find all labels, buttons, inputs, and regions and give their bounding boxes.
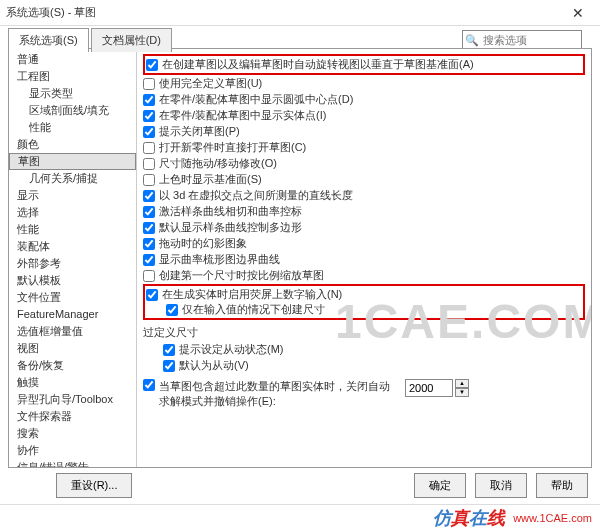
- sidebar-item-16[interactable]: 选值框增量值: [9, 323, 136, 340]
- group-overdefine: 过定义尺寸: [143, 325, 585, 340]
- sidebar-item-7[interactable]: 几何关系/捕捉: [9, 170, 136, 187]
- check-o5[interactable]: [143, 142, 155, 154]
- sidebar-item-0[interactable]: 普通: [9, 51, 136, 68]
- entity-count-input[interactable]: [405, 379, 453, 397]
- spinner-up-icon[interactable]: ▲: [455, 379, 469, 388]
- opt-3d-length[interactable]: 以 3d 在虚拟交点之间所测量的直线长度: [143, 188, 585, 203]
- check-o16[interactable]: [163, 344, 175, 356]
- opt-comb-boundary[interactable]: 显示曲率梳形图边界曲线: [143, 252, 585, 267]
- check-o12[interactable]: [143, 254, 155, 266]
- spinner-down-icon[interactable]: ▼: [455, 388, 469, 397]
- sidebar-item-5[interactable]: 颜色: [9, 136, 136, 153]
- sidebar-item-12[interactable]: 外部参考: [9, 255, 136, 272]
- sidebar-item-19[interactable]: 触摸: [9, 374, 136, 391]
- opt-prompt-driven[interactable]: 提示设定从动状态(M): [143, 342, 585, 357]
- sidebar-item-3[interactable]: 区域剖面线/填充: [9, 102, 136, 119]
- sidebar-item-22[interactable]: 搜索: [9, 425, 136, 442]
- brand-logo: 仿真在线: [433, 506, 505, 530]
- check-o9[interactable]: [143, 206, 155, 218]
- check-o0[interactable]: [146, 59, 158, 71]
- sidebar-item-10[interactable]: 性能: [9, 221, 136, 238]
- sidebar-item-15[interactable]: FeatureManager: [9, 306, 136, 323]
- sidebar-item-1[interactable]: 工程图: [9, 68, 136, 85]
- cancel-button[interactable]: 取消: [475, 473, 527, 498]
- check-o14[interactable]: [146, 289, 158, 301]
- sidebar-item-8[interactable]: 显示: [9, 187, 136, 204]
- window-title: 系统选项(S) - 草图: [6, 5, 96, 20]
- options-panel: 1CAE.COM 在创建草图以及编辑草图时自动旋转视图以垂直于草图基准面(A) …: [137, 49, 591, 467]
- check-o10[interactable]: [143, 222, 155, 234]
- check-o13[interactable]: [143, 270, 155, 282]
- ok-button[interactable]: 确定: [414, 473, 466, 498]
- check-o3[interactable]: [143, 110, 155, 122]
- sidebar-item-17[interactable]: 视图: [9, 340, 136, 357]
- opt-arc-center[interactable]: 在零件/装配体草图中显示圆弧中心点(D): [143, 92, 585, 107]
- search-input[interactable]: [481, 33, 577, 47]
- sidebar-item-18[interactable]: 备份/恢复: [9, 357, 136, 374]
- close-icon[interactable]: ✕: [562, 3, 594, 23]
- opt-show-plane[interactable]: 上色时显示基准面(S): [143, 172, 585, 187]
- sidebar-item-21[interactable]: 文件探索器: [9, 408, 136, 425]
- opt-ghost-drag[interactable]: 拖动时的幻影图象: [143, 236, 585, 251]
- brand-url: www.1CAE.com: [513, 512, 592, 524]
- tab-system-options[interactable]: 系统选项(S): [8, 28, 89, 52]
- opt-scale-first-dim[interactable]: 创建第一个尺寸时按比例缩放草图: [143, 268, 585, 283]
- check-o7[interactable]: [143, 174, 155, 186]
- check-o4[interactable]: [143, 126, 155, 138]
- opt-dim-drag[interactable]: 尺寸随拖动/移动修改(O): [143, 156, 585, 171]
- sidebar: 普通工程图显示类型区域剖面线/填充性能颜色草图几何关系/捕捉显示选择性能装配体外…: [9, 49, 137, 467]
- brand-bar: 仿真在线 www.1CAE.com: [0, 504, 600, 530]
- check-o8[interactable]: [143, 190, 155, 202]
- help-button[interactable]: 帮助: [536, 473, 588, 498]
- check-auto[interactable]: [143, 379, 155, 391]
- check-o6[interactable]: [143, 158, 155, 170]
- opt-spline-polygon[interactable]: 默认显示样条曲线控制多边形: [143, 220, 585, 235]
- sidebar-item-9[interactable]: 选择: [9, 204, 136, 221]
- sidebar-item-23[interactable]: 协作: [9, 442, 136, 459]
- entity-count-spinner: ▲ ▼: [455, 379, 469, 397]
- tab-bar: 系统选项(S) 文档属性(D): [8, 28, 174, 52]
- opt-prompt-close[interactable]: 提示关闭草图(P): [143, 124, 585, 139]
- opt-default-driven[interactable]: 默认为从动(V): [143, 358, 585, 373]
- sidebar-item-13[interactable]: 默认模板: [9, 272, 136, 289]
- opt-open-sketch[interactable]: 打开新零件时直接打开草图(C): [143, 140, 585, 155]
- opt-spline-tangent[interactable]: 激活样条曲线相切和曲率控标: [143, 204, 585, 219]
- sidebar-item-11[interactable]: 装配体: [9, 238, 136, 255]
- opt-screen-numeric: 在生成实体时启用荧屏上数字输入(N) 仅在输入值的情况下创建尺寸: [143, 284, 585, 320]
- opt-auto-rotate[interactable]: 在创建草图以及编辑草图时自动旋转视图以垂直于草图基准面(A): [143, 54, 585, 75]
- sidebar-item-24[interactable]: 信息/错误/警告: [9, 459, 136, 467]
- search-box: 🔍: [462, 30, 582, 50]
- opt-fully-defined[interactable]: 使用完全定义草图(U): [143, 76, 585, 91]
- check-o11[interactable]: [143, 238, 155, 250]
- search-icon: 🔍: [463, 34, 481, 47]
- check-o17[interactable]: [163, 360, 175, 372]
- reset-button[interactable]: 重设(R)...: [56, 473, 132, 498]
- sidebar-item-14[interactable]: 文件位置: [9, 289, 136, 306]
- check-o2[interactable]: [143, 94, 155, 106]
- opt-auto-solve[interactable]: 当草图包含超过此数量的草图实体时，关闭自动求解模式并撤销操作(E): ▲ ▼: [143, 379, 585, 409]
- sidebar-item-6[interactable]: 草图: [9, 153, 136, 170]
- check-o15[interactable]: [166, 304, 178, 316]
- tab-doc-properties[interactable]: 文档属性(D): [91, 28, 172, 52]
- sidebar-item-4[interactable]: 性能: [9, 119, 136, 136]
- sidebar-item-20[interactable]: 异型孔向导/Toolbox: [9, 391, 136, 408]
- check-o1[interactable]: [143, 78, 155, 90]
- sidebar-item-2[interactable]: 显示类型: [9, 85, 136, 102]
- opt-entity-points[interactable]: 在零件/装配体草图中显示实体点(I): [143, 108, 585, 123]
